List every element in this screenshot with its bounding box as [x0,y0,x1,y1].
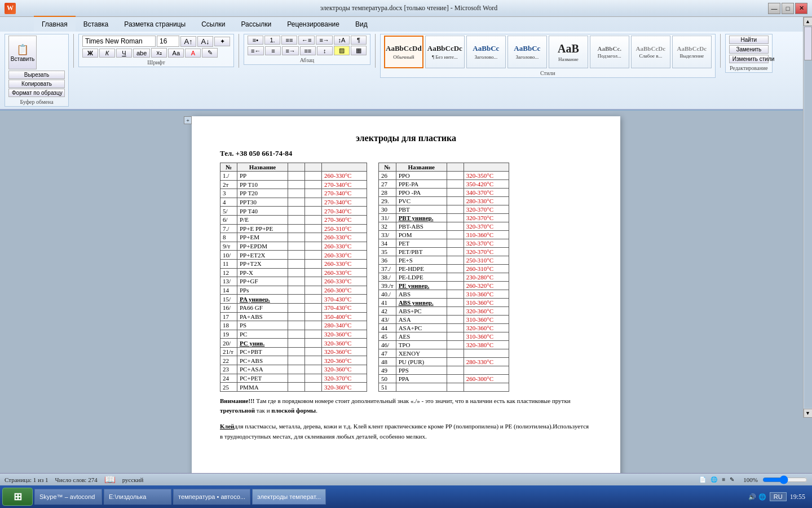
right-table-header-c1 [447,163,464,172]
restore-button[interactable]: □ [782,3,794,14]
table-row: 4PPT30270-340°С [220,198,367,207]
justify-button[interactable]: ≡≡ [300,46,316,55]
tab-references[interactable]: Ссылки [193,17,233,32]
align-left-button[interactable]: ≡← [248,46,264,55]
glue-label: Клей [220,423,234,430]
cell-c1 [288,198,305,207]
italic-button[interactable]: К [99,49,115,58]
bullets-button[interactable]: ≡• [248,36,263,45]
taskbar-skype[interactable]: Skype™ – avtocond [34,489,102,505]
tab-layout[interactable]: Разметка страницы [116,17,193,32]
start-button[interactable]: ⊞ [2,488,33,506]
cell-temp: 310-360°С [464,316,509,324]
strikethrough-button[interactable]: abe [133,49,150,58]
taskbar-folder[interactable]: E:\лиздолька [104,489,171,505]
multilevel-button[interactable]: ≡≡ [281,36,297,45]
scroll-track[interactable] [804,111,812,408]
change-styles-button[interactable]: Изменить стили [729,55,769,63]
decrease-indent-button[interactable]: ←≡ [298,36,315,45]
tab-insert[interactable]: Вставка [76,17,117,32]
cell-temp: 260-330°С [322,233,367,242]
tab-review[interactable]: Рецензирование [279,17,347,32]
style-subtitle[interactable]: AaBbCc. Подзагол... [590,36,629,68]
align-right-button[interactable]: ≡→ [282,46,298,55]
tab-view[interactable]: Вид [347,17,376,32]
tab-home[interactable]: Главная [34,16,76,32]
cell-temp: 320-360°С [322,330,367,339]
layout-plus-button[interactable]: + [184,116,192,124]
app-icon: W [5,3,16,14]
zoom-level: 100% [743,476,758,483]
cell-c1 [288,347,305,356]
font-color-button[interactable]: А [185,49,201,58]
cell-c1 [447,316,464,324]
cell-temp: 250-310°С [322,224,367,233]
cell-c2 [305,365,322,374]
view-web-button[interactable]: 🌐 [710,476,717,483]
cell-name: PU (PUR) [396,358,447,366]
line-spacing-button[interactable]: ↕ [317,46,333,55]
cell-c1 [447,197,464,205]
minimize-button[interactable]: — [768,3,780,14]
style-title[interactable]: AaB Название [549,36,588,68]
shading-button[interactable]: ▨ [334,46,350,55]
style-no-spacing[interactable]: AaBbCcDc ¶ Без инте... [425,36,465,68]
cut-button[interactable]: Вырезать [8,71,65,79]
bold-button[interactable]: Ж [82,49,98,58]
language-button[interactable]: RU [770,492,787,501]
left-table-header-num: № [220,163,237,172]
view-outline-button[interactable]: ≡ [722,476,725,483]
shrink-font-button[interactable]: A↓ [197,36,213,47]
cell-num: 32 [379,222,396,231]
superscript-button[interactable]: Аа [168,49,184,58]
copy-button[interactable]: Копировать [8,80,65,88]
replace-button[interactable]: Заменить [729,45,769,54]
cell-c2 [305,242,322,251]
view-draft-button[interactable]: ✎ [730,476,734,483]
taskbar-electrody[interactable]: электроды температ... [252,489,326,505]
vertical-scrollbar[interactable]: ▲ ▼ [803,111,812,418]
cell-c1 [288,286,305,295]
increase-indent-button[interactable]: ≡→ [316,36,332,45]
right-table-header-num: № [379,163,396,172]
close-button[interactable]: ✕ [795,3,807,14]
cell-temp: 260-330°С [322,251,367,260]
cell-name: PC унив. [237,339,288,348]
numbering-button[interactable]: 1. [264,36,280,45]
cell-c2 [305,374,322,383]
tab-mailings[interactable]: Рассылки [233,17,279,32]
font-name-input[interactable] [82,36,156,47]
table-row: 35PET/PBT320-370°С [379,248,509,256]
cell-c2 [305,321,322,330]
table-row: 6/P/E270-360°С [220,215,367,224]
cell-name: PS [237,321,288,330]
taskbar-temp[interactable]: температура • автосо... [173,489,250,505]
cell-num: 38./ [379,273,396,282]
scroll-down-button[interactable]: ▼ [804,409,813,418]
align-center-button[interactable]: ≡ [265,46,281,55]
style-heading1[interactable]: AaBbCc Заголово... [466,36,506,68]
table-row: 20/PC унив.320-360°С [220,339,367,348]
underline-button[interactable]: Ч [116,49,132,58]
clear-format-button[interactable]: ✦ [214,37,230,46]
font-size-input[interactable] [157,36,179,47]
style-normal[interactable]: AaBbCcDd Обычный [384,36,423,68]
subscript-button[interactable]: x₂ [151,48,167,58]
cell-temp: 260-310°С [464,265,509,273]
format-brush-button[interactable]: Формат по образцу [8,89,65,97]
zoom-slider[interactable] [762,475,807,484]
style-subtle-emphasis[interactable]: AaBbCcDc Слабое в... [631,36,670,68]
borders-button[interactable]: ▦ [351,46,367,55]
style-heading2[interactable]: AaBbCc Заголово... [508,36,547,68]
show-marks-button[interactable]: ¶ [351,36,367,45]
cell-temp: 320-370°С [464,222,509,231]
paste-button[interactable]: 📋 Вставить [8,36,37,69]
cell-temp: 350-400°С [322,312,367,321]
find-button[interactable]: Найти [729,36,769,44]
sort-button[interactable]: ↕A [334,36,350,45]
highlight-button[interactable]: ✎ [202,48,218,58]
grow-font-button[interactable]: A↑ [180,36,196,47]
left-table-header-c1 [288,163,305,172]
view-print-button[interactable]: 📄 [699,476,706,483]
style-emphasis[interactable]: AaBbCcDc Выделение [672,36,712,68]
